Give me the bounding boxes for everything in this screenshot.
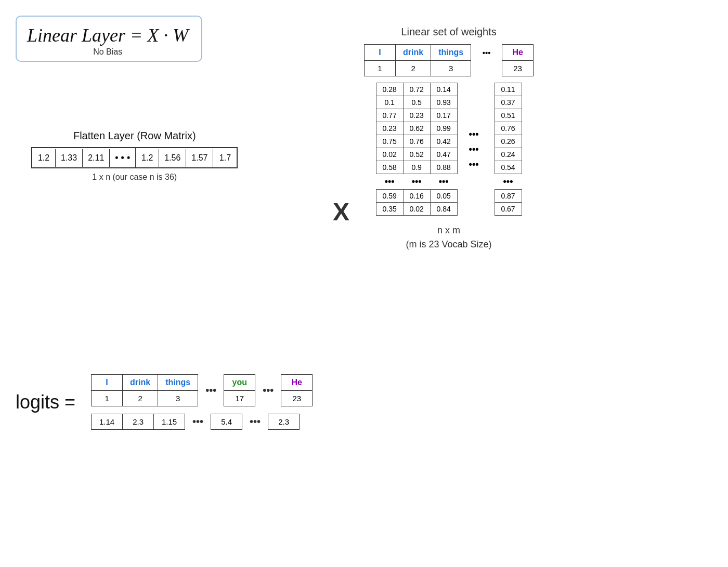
logit-dots-1: ••• — [201, 385, 220, 397]
logit-val-dots-2: ••• — [245, 416, 265, 428]
lv-val-mid: 5.4 — [211, 414, 242, 430]
lv-val-2: 2.3 — [123, 414, 154, 430]
no-bias-label: No Bias — [93, 47, 122, 57]
weights-section: Linear set of weights I drink things •••… — [364, 26, 534, 252]
lh-col-drink: drink — [123, 375, 158, 391]
lh-col-I: I — [92, 375, 123, 391]
wl-2-1: 0.23 — [403, 109, 430, 122]
wl-6-0: 0.58 — [376, 161, 403, 174]
header-idx-3: 3 — [431, 61, 471, 76]
logits-label: logits = — [16, 391, 75, 413]
formula-text: Linear Layer = X · W — [27, 24, 188, 46]
wl-4-2: 0.42 — [430, 135, 457, 148]
weights-right-table: 0.11 0.37 0.51 0.76 0.26 0.24 0.54 ••• 0… — [495, 83, 522, 216]
wl-5-2: 0.47 — [430, 148, 457, 161]
wl-b-1-0: 0.35 — [376, 203, 403, 216]
wl-3-1: 0.62 — [403, 122, 430, 135]
wl-dots-1: ••• — [403, 174, 430, 190]
wl-5-1: 0.52 — [403, 148, 430, 161]
wl-0-2: 0.14 — [430, 83, 457, 96]
header-idx-1: 1 — [365, 61, 396, 76]
wr-6: 0.54 — [495, 161, 522, 174]
weights-header-table: I drink things ••• He 1 2 3 23 — [364, 44, 534, 76]
header-idx-23: 23 — [502, 61, 534, 76]
weights-values: 0.280.720.14 0.10.50.93 0.770.230.17 0.2… — [376, 83, 522, 216]
wl-dots-2: ••• — [430, 174, 457, 190]
wl-1-1: 0.5 — [403, 96, 430, 109]
wr-dots: ••• — [495, 174, 522, 190]
logits-section: logits = I drink things 1 2 3 ••• you — [16, 374, 313, 430]
header-col-I: I — [365, 45, 396, 61]
lh-col-you: you — [224, 375, 255, 391]
wl-b-0-1: 0.16 — [403, 190, 430, 203]
wl-0-1: 0.72 — [403, 83, 430, 96]
logit-header-left: I drink things 1 2 3 — [91, 374, 198, 406]
flatten-cell-2: 2.11 — [83, 149, 110, 167]
mid-dots-1: ••• — [463, 127, 485, 142]
mid-dots-3: ••• — [463, 157, 485, 172]
flatten-cell-1: 1.33 — [56, 149, 83, 167]
weights-dim: n x m(m is 23 Vocab Size) — [406, 223, 492, 252]
weights-left-table: 0.280.720.14 0.10.50.93 0.770.230.17 0.2… — [376, 83, 458, 216]
wl-5-0: 0.02 — [376, 148, 403, 161]
logit-val-dots-1: ••• — [188, 416, 207, 428]
weights-title: Linear set of weights — [401, 26, 496, 38]
wl-0-0: 0.28 — [376, 83, 403, 96]
wl-3-2: 0.99 — [430, 122, 457, 135]
mid-dots-2: ••• — [463, 142, 485, 157]
wl-1-0: 0.1 — [376, 96, 403, 109]
lv-val-1: 1.14 — [92, 414, 123, 430]
flatten-cell-0: 1.2 — [32, 149, 56, 167]
wr-4: 0.26 — [495, 135, 522, 148]
wr-1: 0.37 — [495, 96, 522, 109]
logit-header-mid: you 17 — [224, 374, 255, 406]
wl-dots-0: ••• — [376, 174, 403, 190]
header-col-things: things — [431, 45, 471, 61]
wr-2: 0.51 — [495, 109, 522, 122]
lv-val-3: 1.15 — [154, 414, 185, 430]
wr-3: 0.76 — [495, 122, 522, 135]
lh-idx-23: 23 — [281, 391, 313, 406]
logit-val-right: 2.3 — [268, 414, 300, 430]
lh-idx-3: 3 — [158, 391, 198, 406]
multiply-symbol: X — [333, 197, 349, 226]
header-idx-dots — [471, 61, 502, 76]
lh-idx-1: 1 — [92, 391, 123, 406]
logit-val-left: 1.14 2.3 1.15 — [91, 414, 185, 430]
wl-4-1: 0.76 — [403, 135, 430, 148]
logit-dots-2: ••• — [258, 385, 278, 397]
lv-val-right: 2.3 — [268, 414, 300, 430]
flatten-cell-3: 1.2 — [136, 149, 159, 167]
header-col-drink: drink — [396, 45, 431, 61]
header-idx-2: 2 — [396, 61, 431, 76]
flatten-cell-dots: • • • — [110, 148, 136, 167]
wr-b-0: 0.87 — [495, 190, 522, 203]
lh-col-he: He — [281, 375, 313, 391]
wl-b-0-0: 0.59 — [376, 190, 403, 203]
flatten-label: Flatten Layer (Row Matrix) — [73, 130, 196, 142]
wl-6-1: 0.9 — [403, 161, 430, 174]
wr-5: 0.24 — [495, 148, 522, 161]
logits-header-row: I drink things 1 2 3 ••• you 17 — [91, 374, 313, 406]
wl-1-2: 0.93 — [430, 96, 457, 109]
formula-box: Linear Layer = X · W No Bias — [16, 16, 202, 62]
wl-b-1-2: 0.84 — [430, 203, 457, 216]
lh-idx-17: 17 — [224, 391, 255, 406]
wl-b-0-2: 0.05 — [430, 190, 457, 203]
logit-header-right: He 23 — [281, 374, 313, 406]
flatten-section: Flatten Layer (Row Matrix) 1.2 1.33 2.11… — [31, 130, 238, 182]
flatten-dim: 1 x n (our case n is 36) — [92, 173, 177, 182]
wl-b-1-1: 0.02 — [403, 203, 430, 216]
wl-3-0: 0.23 — [376, 122, 403, 135]
wl-6-2: 0.88 — [430, 161, 457, 174]
wl-2-2: 0.17 — [430, 109, 457, 122]
logits-values-row: 1.14 2.3 1.15 ••• 5.4 ••• 2.3 — [91, 414, 313, 430]
wl-2-0: 0.77 — [376, 109, 403, 122]
header-dots: ••• — [471, 45, 502, 61]
wr-b-1: 0.67 — [495, 203, 522, 216]
flatten-cell-6: 1.7 — [213, 149, 237, 167]
header-col-he: He — [502, 45, 534, 61]
wr-0: 0.11 — [495, 83, 522, 96]
flatten-row: 1.2 1.33 2.11 • • • 1.2 1.56 1.57 1.7 — [31, 147, 238, 168]
logits-tables: I drink things 1 2 3 ••• you 17 — [91, 374, 313, 430]
